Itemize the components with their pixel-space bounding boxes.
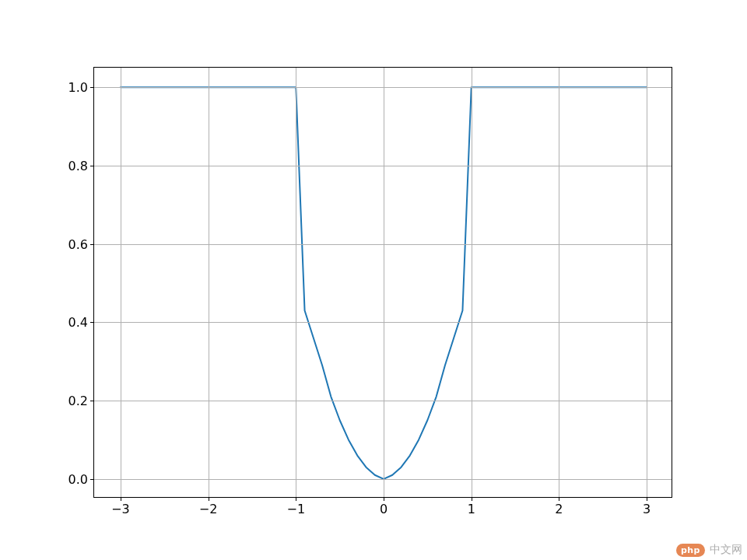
gridline-v [559,68,559,497]
tick-label-y: 0.2 [68,394,88,408]
tick-x [384,497,384,501]
tick-x [121,497,121,501]
tick-label-x: −2 [199,502,218,516]
tick-y [90,401,94,401]
tick-label-x: 1 [468,502,475,516]
tick-label-y: 0.8 [68,158,88,173]
gridline-h [94,401,672,401]
gridline-v [296,68,296,497]
gridline-h [94,322,672,323]
tick-y [90,166,94,166]
figure: −3−2−101230.00.20.40.60.81.0 php 中文网 [0,0,747,560]
tick-x [647,497,647,501]
gridline-h [94,244,672,245]
tick-label-y: 0.0 [68,471,88,486]
watermark-text: 中文网 [710,543,742,557]
tick-y [90,322,94,323]
tick-y [90,87,94,88]
tick-x [209,497,209,501]
gridline-v [384,68,384,497]
tick-label-x: 0 [380,502,388,516]
gridline-v [472,68,472,497]
tick-label-y: 1.0 [68,80,88,95]
tick-y [90,244,94,245]
watermark-badge: php [676,544,705,557]
tick-label-y: 0.6 [68,236,88,251]
tick-label-x: 2 [555,502,563,516]
gridline-v [209,68,209,497]
tick-y [90,479,94,480]
gridline-h [94,479,672,480]
tick-label-x: 3 [643,502,651,516]
gridline-v [647,68,647,497]
tick-label-x: −1 [286,502,305,516]
gridline-v [121,68,121,497]
gridline-h [94,166,672,166]
gridline-h [94,87,672,88]
tick-x [296,497,296,501]
tick-x [559,497,559,501]
axes: −3−2−101230.00.20.40.60.81.0 [93,67,672,498]
watermark: php 中文网 [676,543,742,557]
tick-label-x: −3 [111,502,130,516]
tick-x [472,497,472,501]
tick-label-y: 0.4 [68,315,88,330]
